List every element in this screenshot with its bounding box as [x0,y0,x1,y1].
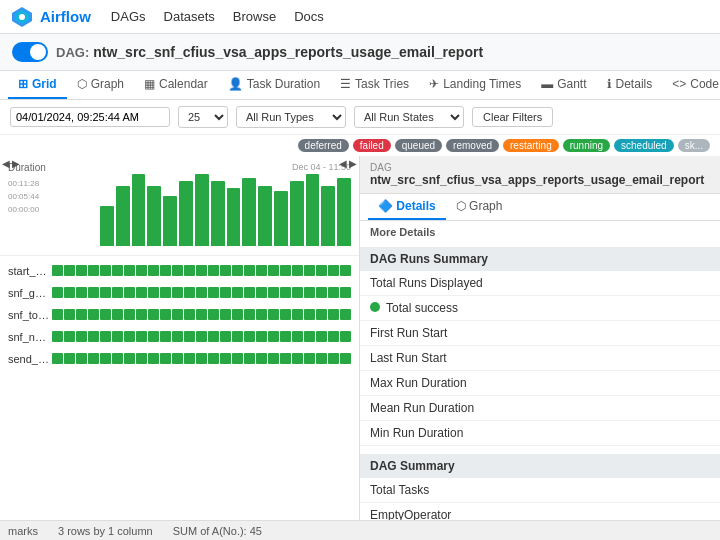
task-cell[interactable] [88,287,99,298]
tab-task-duration[interactable]: 👤 Task Duration [218,71,330,99]
task-cell[interactable] [184,265,195,276]
task-cell[interactable] [160,353,171,364]
task-cell[interactable] [328,287,339,298]
badge-skipped[interactable]: sk... [678,139,710,152]
task-cell[interactable] [316,287,327,298]
task-cell[interactable] [184,287,195,298]
task-cell[interactable] [268,353,279,364]
right-tab-details[interactable]: 🔷 Details [368,194,446,220]
task-cell[interactable] [160,265,171,276]
task-cell[interactable] [268,265,279,276]
collapse-right-arrow[interactable]: ▶ [12,158,20,169]
task-cell[interactable] [292,353,303,364]
task-cell[interactable] [124,353,135,364]
task-cell[interactable] [232,309,243,320]
task-cell[interactable] [76,265,87,276]
task-cell[interactable] [244,331,255,342]
task-cell[interactable] [220,331,231,342]
task-cell[interactable] [220,309,231,320]
task-cell[interactable] [64,331,75,342]
task-cell[interactable] [208,309,219,320]
task-cell[interactable] [232,331,243,342]
collapse-left-arrow[interactable]: ◀ [2,158,10,169]
dag-toggle[interactable] [12,42,48,62]
task-cell[interactable] [292,309,303,320]
task-cell[interactable] [292,331,303,342]
task-cell[interactable] [256,331,267,342]
task-cell[interactable] [268,287,279,298]
task-cell[interactable] [172,309,183,320]
datetime-input[interactable] [10,107,170,127]
task-cell[interactable] [88,331,99,342]
task-cell[interactable] [88,265,99,276]
task-cell[interactable] [280,309,291,320]
task-cell[interactable] [196,287,207,298]
task-cell[interactable] [160,309,171,320]
nav-datasets[interactable]: Datasets [164,9,215,24]
task-cell[interactable] [268,309,279,320]
task-cell[interactable] [280,287,291,298]
task-cell[interactable] [232,265,243,276]
scroll-down-arrow[interactable]: ▶ [349,158,357,169]
task-cell[interactable] [244,353,255,364]
task-cell[interactable] [304,353,315,364]
task-cell[interactable] [64,265,75,276]
task-cell[interactable] [304,331,315,342]
task-cell[interactable] [160,331,171,342]
nav-dags[interactable]: DAGs [111,9,146,24]
task-cell[interactable] [328,309,339,320]
nav-docs[interactable]: Docs [294,9,324,24]
task-cell[interactable] [184,309,195,320]
task-cell[interactable] [244,287,255,298]
task-cell[interactable] [304,265,315,276]
task-cell[interactable] [136,331,147,342]
task-cell[interactable] [76,309,87,320]
task-cell[interactable] [88,353,99,364]
task-cell[interactable] [244,265,255,276]
task-cell[interactable] [196,309,207,320]
task-cell[interactable] [52,309,63,320]
task-cell[interactable] [328,331,339,342]
task-cell[interactable] [220,287,231,298]
task-cell[interactable] [100,353,111,364]
task-cell[interactable] [340,331,351,342]
tab-code[interactable]: <> Code [662,71,720,99]
right-tab-graph[interactable]: ⬡ Graph [446,194,513,220]
task-cell[interactable] [52,287,63,298]
task-cell[interactable] [148,353,159,364]
task-cell[interactable] [256,353,267,364]
task-cell[interactable] [316,331,327,342]
task-cell[interactable] [64,287,75,298]
run-type-select[interactable]: All Run Types Manual Scheduled [236,106,346,128]
task-cell[interactable] [76,287,87,298]
task-cell[interactable] [208,287,219,298]
task-cell[interactable] [124,287,135,298]
task-cell[interactable] [100,331,111,342]
task-cell[interactable] [172,265,183,276]
task-cell[interactable] [268,331,279,342]
task-cell[interactable] [184,353,195,364]
task-cell[interactable] [256,309,267,320]
task-cell[interactable] [100,309,111,320]
badge-deferred[interactable]: deferred [298,139,349,152]
badge-running[interactable]: running [563,139,610,152]
task-cell[interactable] [316,353,327,364]
task-cell[interactable] [208,331,219,342]
clear-filters-button[interactable]: Clear Filters [472,107,553,127]
tab-calendar[interactable]: ▦ Calendar [134,71,218,99]
badge-failed[interactable]: failed [353,139,391,152]
task-cell[interactable] [52,353,63,364]
tab-gantt[interactable]: ▬ Gantt [531,71,596,99]
task-cell[interactable] [184,331,195,342]
task-cell[interactable] [124,309,135,320]
task-cell[interactable] [136,353,147,364]
task-cell[interactable] [196,353,207,364]
task-cell[interactable] [136,309,147,320]
task-cell[interactable] [280,265,291,276]
task-cell[interactable] [172,353,183,364]
badge-scheduled[interactable]: scheduled [614,139,674,152]
tab-grid[interactable]: ⊞ Grid [8,71,67,99]
task-cell[interactable] [208,353,219,364]
task-cell[interactable] [124,331,135,342]
task-cell[interactable] [148,309,159,320]
